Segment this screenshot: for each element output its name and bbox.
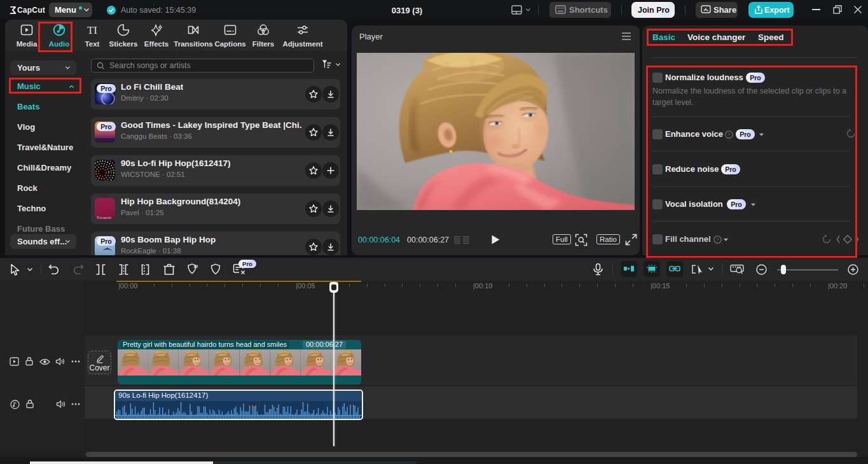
svg-text:AI: AI: [194, 264, 198, 269]
svg-text:Σ: Σ: [10, 4, 16, 17]
svg-text:I: I: [93, 24, 97, 36]
